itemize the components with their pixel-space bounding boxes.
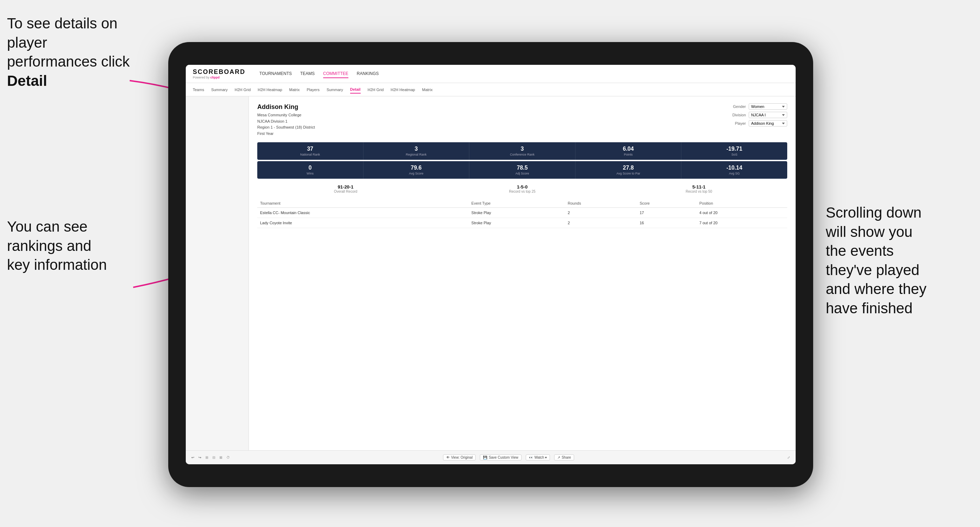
record-top50: 5-11-1 Record vs top 50 xyxy=(611,184,787,194)
annotation-topleft: To see details on player performances cl… xyxy=(7,14,140,90)
left-panel xyxy=(186,96,249,450)
table-header-row: Tournament Event Type Rounds Score Posit… xyxy=(257,199,787,208)
subnav-players[interactable]: Players xyxy=(307,86,320,93)
player-name: Addison King xyxy=(257,103,315,111)
gender-select[interactable]: Women xyxy=(749,103,787,110)
content-inner: Addison King Mesa Community College NJCA… xyxy=(249,96,795,450)
subnav-matrix2[interactable]: Matrix xyxy=(422,86,433,93)
toolbar-icon3: ⊠ xyxy=(220,456,222,459)
annotation-r4: they've played xyxy=(826,262,920,278)
subnav-matrix[interactable]: Matrix xyxy=(289,86,300,93)
toolbar-left: ↩ ↪ ⊞ ⊟ ⊠ ⏱ xyxy=(191,456,230,459)
annotation-r6: have finished xyxy=(826,300,913,316)
player-division: NJCAA Division 1 xyxy=(257,118,315,125)
stat-national-rank: 37 National Rank xyxy=(257,142,363,160)
annotation-detail-bold: Detail xyxy=(7,73,47,89)
td-score-2: 16 xyxy=(637,218,697,228)
top-nav: SCOREBOARD Powered by clippd TOURNAMENTS… xyxy=(186,65,795,83)
subnav-h2hgrid2[interactable]: H2H Grid xyxy=(368,86,384,93)
watch-button[interactable]: 👀 Watch ▾ xyxy=(526,454,550,460)
division-control: Division NJCAA I xyxy=(727,112,787,118)
annotation-right: Scrolling down will show you the events … xyxy=(826,203,973,318)
gender-label: Gender xyxy=(727,105,746,109)
share-icon: ↗ xyxy=(557,456,560,459)
nav-rankings[interactable]: RANKINGS xyxy=(357,70,379,78)
player-select[interactable]: Addison King xyxy=(749,120,787,127)
view-original-button[interactable]: 👁 View: Original xyxy=(443,454,476,460)
stat-points: 6.04 Points xyxy=(576,142,682,160)
td-position-2: 7 out of 20 xyxy=(697,218,787,228)
tablet-frame: SCOREBOARD Powered by clippd TOURNAMENTS… xyxy=(168,42,813,487)
subnav-h2hheatmap2[interactable]: H2H Heatmap xyxy=(391,86,415,93)
nav-tournaments[interactable]: TOURNAMENTS xyxy=(259,70,292,78)
subnav-detail[interactable]: Detail xyxy=(350,86,361,94)
logo-clippd: clippd xyxy=(210,76,220,79)
table-row[interactable]: Lady Coyote Invite Stroke Play 2 16 7 ou… xyxy=(257,218,787,228)
toolbar-undo[interactable]: ↩ xyxy=(191,456,194,459)
subnav-h2hheatmap[interactable]: H2H Heatmap xyxy=(258,86,282,93)
subnav-summary2[interactable]: Summary xyxy=(327,86,343,93)
annotation-bl1: You can see xyxy=(7,218,88,235)
nav-items: TOURNAMENTS TEAMS COMMITTEE RANKINGS xyxy=(259,70,379,78)
player-label: Player xyxy=(727,121,746,125)
th-event-type: Event Type xyxy=(469,199,565,208)
save-icon: 💾 xyxy=(483,456,487,459)
td-tournament-2: Lady Coyote Invite xyxy=(257,218,469,228)
nav-teams[interactable]: TEAMS xyxy=(300,70,314,78)
stat-avg-score-par: 27.8 Avg Score to Par xyxy=(576,161,682,179)
subnav-summary[interactable]: Summary xyxy=(211,86,228,93)
annotation-r3: the events xyxy=(826,243,894,259)
tablet-screen: SCOREBOARD Powered by clippd TOURNAMENTS… xyxy=(186,65,795,464)
sub-nav: Teams Summary H2H Grid H2H Heatmap Matri… xyxy=(186,83,795,96)
nav-committee[interactable]: COMMITTEE xyxy=(323,70,348,78)
toolbar-icon2: ⊟ xyxy=(212,456,215,459)
player-info: Addison King Mesa Community College NJCA… xyxy=(257,103,315,137)
player-region: Region 1 - Southwest (18) District xyxy=(257,124,315,131)
watch-label: Watch ▾ xyxy=(535,456,547,459)
table-row[interactable]: Estella CC- Mountain Classic Stroke Play… xyxy=(257,208,787,218)
th-tournament: Tournament xyxy=(257,199,469,208)
td-score-1: 17 xyxy=(637,208,697,218)
toolbar-icon1: ⊞ xyxy=(205,456,208,459)
td-rounds-1: 2 xyxy=(565,208,637,218)
view-original-label: View: Original xyxy=(451,456,473,459)
main-content: Addison King Mesa Community College NJCA… xyxy=(186,96,795,450)
td-rounds-2: 2 xyxy=(565,218,637,228)
logo-area: SCOREBOARD Powered by clippd xyxy=(193,68,245,79)
record-top25: 1-5-0 Record vs top 25 xyxy=(434,184,611,194)
td-event-type-2: Stroke Play xyxy=(469,218,565,228)
player-control: Player Addison King xyxy=(727,120,787,127)
th-score: Score xyxy=(637,199,697,208)
stat-sos: -19.71 SoS xyxy=(681,142,787,160)
record-overall: 91-20-1 Overall Record xyxy=(257,184,434,194)
tournament-table: Tournament Event Type Rounds Score Posit… xyxy=(257,199,787,228)
td-position-1: 4 out of 20 xyxy=(697,208,787,218)
share-label: Share xyxy=(562,456,571,459)
stat-conference-rank: 3 Conference Rank xyxy=(469,142,576,160)
td-tournament-1: Estella CC- Mountain Classic xyxy=(257,208,469,218)
save-custom-button[interactable]: 💾 Save Custom View xyxy=(480,454,521,460)
player-school: Mesa Community College xyxy=(257,112,315,118)
toolbar-icon4: ⏱ xyxy=(226,456,230,459)
player-controls: Gender Women Division NJCAA I xyxy=(727,103,787,127)
annotation-bottomleft: You can see rankings and key information xyxy=(7,217,140,275)
stat-avg-score: 79.6 Avg Score xyxy=(363,161,470,179)
stat-regional-rank: 3 Regional Rank xyxy=(363,142,470,160)
th-rounds: Rounds xyxy=(565,199,637,208)
view-original-icon: 👁 xyxy=(446,456,450,459)
toolbar-right: ⤢ xyxy=(787,456,790,459)
save-custom-label: Save Custom View xyxy=(488,456,518,459)
division-select[interactable]: NJCAA I xyxy=(749,112,787,118)
player-year: First Year xyxy=(257,131,315,137)
annotation-bl2: rankings and xyxy=(7,238,91,254)
records-row: 91-20-1 Overall Record 1-5-0 Record vs t… xyxy=(257,184,787,194)
stats-grid-2: 0 Wins 79.6 Avg Score 78.5 Adj Score 27.… xyxy=(257,161,787,179)
annotation-r2: will show you xyxy=(826,224,912,240)
subnav-h2hgrid[interactable]: H2H Grid xyxy=(234,86,251,93)
toolbar-redo[interactable]: ↪ xyxy=(198,456,201,459)
share-button[interactable]: ↗ Share xyxy=(554,454,574,460)
subnav-teams[interactable]: Teams xyxy=(193,86,204,93)
annotation-bl3: key information xyxy=(7,257,107,273)
table-head: Tournament Event Type Rounds Score Posit… xyxy=(257,199,787,208)
annotation-r1: Scrolling down xyxy=(826,204,921,221)
